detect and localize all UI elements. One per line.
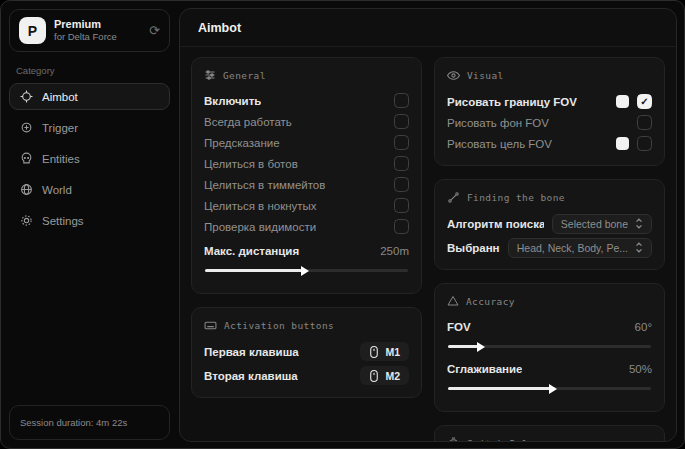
sidebar: P Premium for Delta Force ⟳ Category Aim… <box>1 1 178 448</box>
setting-label: Рисовать фон FOV <box>447 117 549 129</box>
setting-row-target-knocked: Целиться в нокнутых <box>204 195 409 216</box>
smoothing-slider[interactable] <box>448 387 651 390</box>
bone-icon <box>447 191 460 204</box>
sidebar-item-world[interactable]: World <box>9 176 170 203</box>
brand-title: Premium <box>54 18 117 32</box>
globe-icon <box>20 183 33 196</box>
checkbox[interactable] <box>394 135 409 150</box>
card-accuracy: Accuracy FOV 60° Сглаживание 50% <box>434 283 665 412</box>
setting-label: Сглаживание <box>447 363 522 375</box>
setting-label: Целиться в ботов <box>204 158 298 170</box>
sidebar-item-label: Entities <box>42 153 80 165</box>
trigger-icon <box>20 121 33 134</box>
setting-row-first-key: Первая клавиша M1 <box>204 341 409 362</box>
keyboard-icon <box>204 319 217 332</box>
checkbox[interactable] <box>637 94 652 109</box>
sidebar-item-label: Aimbot <box>42 91 78 103</box>
selected-bones-select[interactable]: Head, Neck, Body, Pe... <box>508 238 652 258</box>
setting-row-draw-fov-target: Рисовать цель FOV <box>447 133 652 154</box>
max-distance-slider[interactable] <box>205 269 408 272</box>
setting-label: Первая клавиша <box>204 346 299 358</box>
sidebar-item-label: World <box>42 184 72 196</box>
setting-label: Целиться в нокнутых <box>204 200 317 212</box>
sidebar-item-trigger[interactable]: Trigger <box>9 114 170 141</box>
app-window: P Premium for Delta Force ⟳ Category Aim… <box>0 0 685 449</box>
card-title: Finding the bone <box>467 192 565 203</box>
setting-row-enable: Включить <box>204 90 409 111</box>
card-title: Visual <box>467 70 504 81</box>
setting-label: Включить <box>204 95 261 107</box>
setting-label: Предсказание <box>204 137 280 149</box>
setting-row-draw-fov-border: Рисовать границу FOV <box>447 91 652 112</box>
setting-row-second-key: Вторая клавиша M2 <box>204 365 409 386</box>
setting-row-selected-bones: Выбранные кости Head, Neck, Body, Pe... <box>447 237 652 258</box>
card-finding-bone: Finding the bone Алгоритм поиска костей … <box>434 179 665 270</box>
sync-icon[interactable]: ⟳ <box>149 24 160 37</box>
setting-label: Макс. дистанция <box>204 245 299 257</box>
checkbox[interactable] <box>637 115 652 130</box>
setting-row-smoothing: Сглаживание 50% <box>447 358 652 379</box>
color-swatch[interactable] <box>616 95 629 108</box>
setting-value: 50% <box>629 363 652 375</box>
select-value: Head, Neck, Body, Pe... <box>517 242 628 254</box>
mouse-icon <box>369 346 379 358</box>
setting-value: 250m <box>380 245 409 257</box>
checkbox[interactable] <box>394 114 409 129</box>
setting-row-target-teammates: Целиться в тиммейтов <box>204 174 409 195</box>
setting-row-bone-algorithm: Алгоритм поиска костей Selected bone <box>447 213 652 234</box>
eye-icon <box>447 69 460 82</box>
keybind-button[interactable]: M1 <box>360 342 409 361</box>
checkbox[interactable] <box>394 93 409 108</box>
category-label: Category <box>16 65 163 76</box>
setting-label: Рисовать цель FOV <box>447 138 552 150</box>
setting-row-fov: FOV 60° <box>447 316 652 337</box>
brand-subtitle: for Delta Force <box>54 31 117 43</box>
card-title: General <box>223 70 266 81</box>
setting-label: Вторая клавиша <box>204 370 298 382</box>
setting-row-target-bots: Целиться в ботов <box>204 153 409 174</box>
gear-icon <box>20 214 33 227</box>
card-general: General Включить Всегда работать Предска… <box>191 57 422 294</box>
setting-label: Проверка видимости <box>204 221 316 233</box>
color-swatch[interactable] <box>616 137 629 150</box>
triangle-icon <box>447 295 459 307</box>
setting-label: Алгоритм поиска костей <box>447 218 544 230</box>
keybind-value: M1 <box>385 346 400 358</box>
card-title: Switch Delay <box>467 438 540 442</box>
sidebar-item-settings[interactable]: Settings <box>9 207 170 234</box>
setting-row-prediction: Предсказание <box>204 132 409 153</box>
chevron-updown-icon <box>635 242 643 253</box>
main-panel: Aimbot General Включить Всегда работать <box>179 8 677 442</box>
setting-value: 60° <box>635 321 652 333</box>
checkbox[interactable] <box>394 219 409 234</box>
bone-algorithm-select[interactable]: Selected bone <box>552 214 652 234</box>
sliders-icon <box>204 69 216 81</box>
keybind-value: M2 <box>385 370 400 382</box>
skull-icon <box>20 152 33 165</box>
sidebar-item-aimbot[interactable]: Aimbot <box>9 83 170 110</box>
setting-row-always-work: Всегда работать <box>204 111 409 132</box>
checkbox[interactable] <box>394 156 409 171</box>
setting-label: Рисовать границу FOV <box>447 96 577 108</box>
sidebar-item-label: Trigger <box>42 122 78 134</box>
keybind-button[interactable]: M2 <box>360 366 409 385</box>
sidebar-item-label: Settings <box>42 215 84 227</box>
card-switch-delay: Switch Delay Задержка переключения Задер… <box>434 425 665 442</box>
chevron-updown-icon <box>635 218 643 229</box>
setting-label: Целиться в тиммейтов <box>204 179 325 191</box>
card-activation-buttons: Activation buttons Первая клавиша M1 Вто… <box>191 307 422 398</box>
checkbox[interactable] <box>394 198 409 213</box>
fov-slider[interactable] <box>448 345 651 348</box>
timer-icon <box>447 437 460 442</box>
setting-label: FOV <box>447 321 471 333</box>
session-duration: Session duration: 4m 22s <box>9 405 170 440</box>
setting-label: Выбранные кости <box>447 242 500 254</box>
brand-card: P Premium for Delta Force ⟳ <box>9 9 170 52</box>
checkbox[interactable] <box>394 177 409 192</box>
setting-label: Всегда работать <box>204 116 292 128</box>
setting-row-max-distance: Макс. дистанция 250m <box>204 240 409 261</box>
sidebar-item-entities[interactable]: Entities <box>9 145 170 172</box>
checkbox[interactable] <box>637 136 652 151</box>
setting-row-draw-fov-background: Рисовать фон FOV <box>447 112 652 133</box>
setting-row-visibility-check: Проверка видимости <box>204 216 409 237</box>
